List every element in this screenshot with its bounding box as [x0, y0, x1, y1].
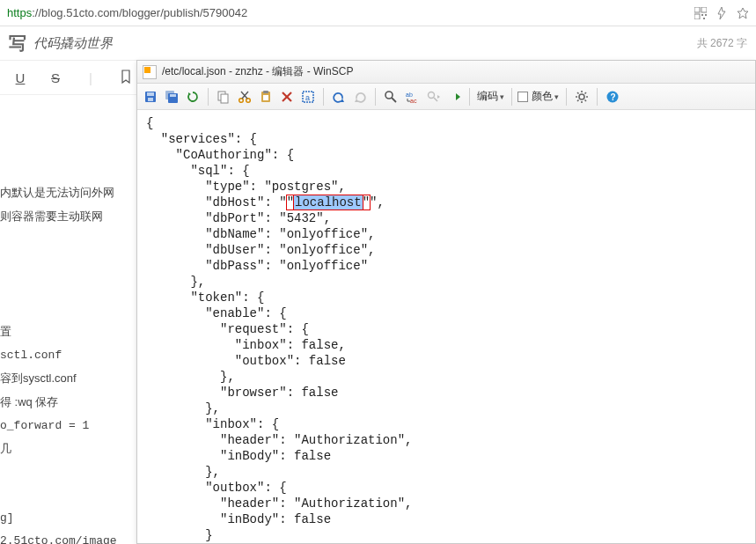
svg-rect-13 — [148, 98, 153, 101]
svg-rect-5 — [703, 18, 705, 19]
qr-icon[interactable] — [693, 5, 708, 21]
toolbar-separator — [597, 88, 598, 106]
svg-rect-0 — [694, 7, 700, 12]
selected-text: localhost — [294, 195, 363, 210]
svg-point-21 — [246, 98, 251, 102]
toolbar-separator — [469, 88, 470, 106]
color-checkbox[interactable] — [517, 92, 528, 102]
svg-marker-32 — [355, 99, 359, 102]
strikethrough-button[interactable]: S — [46, 70, 65, 85]
replace-button[interactable]: abac — [402, 87, 422, 107]
delete-button[interactable] — [277, 87, 297, 107]
help-button[interactable]: ? — [603, 87, 622, 107]
flash-icon[interactable] — [714, 5, 730, 21]
svg-rect-3 — [701, 14, 703, 16]
svg-rect-12 — [147, 92, 154, 96]
word-count: 共 2672 字 — [697, 36, 747, 51]
star-icon[interactable] — [735, 5, 751, 21]
save-button[interactable] — [141, 87, 160, 107]
background-article-text: 内默认是无法访问外网 则容器需要主动联网 置 sctl.conf 容到sysct… — [0, 158, 136, 544]
svg-marker-6 — [718, 7, 725, 19]
cut-button[interactable] — [235, 87, 254, 107]
redo-button[interactable] — [350, 87, 370, 107]
winscp-toolbar: a abac 编码 颜色 ? — [137, 84, 755, 110]
svg-line-34 — [392, 98, 396, 102]
svg-point-41 — [579, 94, 584, 99]
browser-url-bar: https://blog.51cto.com/blogger/publish/5… — [0, 0, 756, 26]
window-titlebar[interactable]: /etc/local.json - znzhz - 编辑器 - WinSCP — [137, 61, 755, 84]
svg-text:?: ? — [611, 92, 616, 102]
url-field[interactable]: https://blog.51cto.com/blogger/publish/5… — [5, 3, 687, 23]
color-dropdown[interactable]: 颜色 — [530, 89, 561, 104]
svg-rect-4 — [705, 14, 707, 16]
select-all-button[interactable]: a — [298, 87, 318, 107]
encoding-dropdown[interactable]: 编码 — [475, 89, 506, 104]
logo-decor: 写 — [9, 32, 26, 55]
find-next-button[interactable] — [423, 87, 443, 107]
svg-marker-39 — [437, 95, 440, 99]
page-header: 写 代码撬动世界 共 2672 字 — [0, 26, 756, 60]
svg-rect-2 — [694, 14, 700, 19]
svg-line-46 — [577, 92, 579, 94]
svg-text:ac: ac — [410, 98, 417, 104]
paste-button[interactable] — [256, 87, 275, 107]
svg-marker-40 — [449, 93, 460, 100]
save-all-button[interactable] — [162, 87, 181, 107]
winscp-editor-window: /etc/local.json - znzhz - 编辑器 - WinSCP a — [136, 60, 756, 544]
svg-rect-16 — [170, 94, 176, 97]
settings-button[interactable] — [572, 87, 591, 107]
toolbar-separator — [323, 88, 324, 106]
window-title: /etc/local.json - znzhz - 编辑器 - WinSCP — [162, 64, 353, 79]
svg-line-23 — [241, 92, 247, 99]
svg-text:a: a — [305, 93, 310, 102]
copy-button[interactable] — [214, 87, 233, 107]
svg-rect-19 — [221, 94, 228, 103]
svg-line-47 — [585, 99, 587, 101]
find-button[interactable] — [381, 87, 400, 107]
toolbar-separator — [511, 88, 512, 106]
svg-text:ab: ab — [406, 92, 413, 98]
document-icon — [143, 65, 157, 79]
svg-line-49 — [585, 92, 587, 94]
svg-rect-1 — [701, 7, 707, 12]
svg-marker-7 — [738, 8, 748, 18]
svg-line-48 — [577, 99, 579, 101]
svg-point-33 — [385, 92, 393, 99]
underline-button[interactable]: U — [11, 70, 30, 85]
code-content[interactable]: { "services": { "CoAuthoring": { "sql": … — [137, 110, 755, 543]
svg-marker-17 — [188, 92, 191, 96]
svg-rect-26 — [263, 95, 268, 100]
goto-button[interactable] — [444, 87, 464, 107]
site-tagline: 代码撬动世界 — [33, 35, 113, 52]
url-scheme: https — [7, 6, 32, 19]
undo-button[interactable] — [329, 87, 349, 107]
toolbar-separator — [208, 88, 209, 106]
reload-button[interactable] — [183, 87, 202, 107]
bookmark-icon[interactable] — [116, 70, 136, 86]
svg-marker-31 — [340, 99, 344, 102]
svg-point-37 — [429, 92, 435, 98]
svg-point-20 — [239, 98, 244, 102]
toolbar-separator — [375, 88, 376, 106]
url-rest: ://blog.51cto.com/blogger/publish/579004… — [32, 6, 247, 19]
svg-rect-25 — [263, 91, 268, 93]
svg-line-22 — [242, 92, 248, 99]
toolbar-divider: | — [81, 70, 100, 85]
svg-line-38 — [434, 98, 437, 101]
toolbar-separator — [566, 88, 567, 106]
